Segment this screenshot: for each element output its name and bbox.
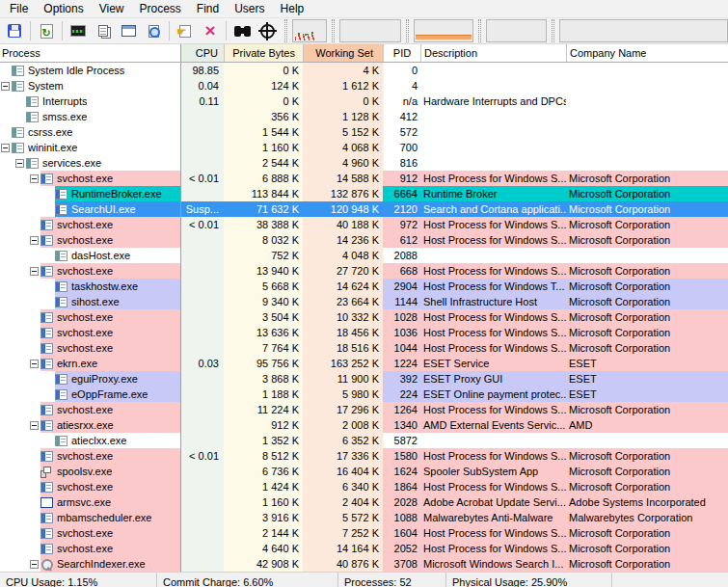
collapse-toggle[interactable]	[1, 82, 10, 91]
process-row[interactable]: smss.exe356 K1 128 K412	[0, 109, 728, 124]
cell-pid: 2052	[383, 541, 420, 556]
cell-ws: 14 588 K	[303, 171, 383, 186]
cell-cpu: < 0.01	[181, 171, 224, 186]
process-row[interactable]: svchost.exe3 504 K10 332 K1028Host Proce…	[0, 309, 728, 325]
process-row[interactable]: taskhostw.exe5 668 K14 624 K2904Host Pro…	[0, 279, 728, 294]
find-window-button[interactable]	[255, 19, 280, 42]
process-cell: svchost.exe	[0, 217, 181, 232]
cpu-usage-graph[interactable]	[292, 19, 327, 42]
process-row[interactable]: System Idle Process98.850 K4 K0	[0, 63, 728, 78]
collapse-toggle[interactable]	[30, 236, 39, 245]
menu-help[interactable]: Help	[273, 0, 312, 17]
cell-ws: 5 572 K	[303, 510, 383, 525]
process-cell: Interrupts	[0, 93, 181, 109]
menu-find[interactable]: Find	[189, 0, 227, 17]
process-row[interactable]: svchost.exe13 636 K18 456 K1036Host Proc…	[0, 325, 728, 340]
io-history-graph[interactable]	[486, 19, 547, 42]
process-row[interactable]: svchost.exe13 940 K27 720 K668Host Proce…	[0, 263, 728, 279]
process-row[interactable]: csrss.exe1 544 K5 152 K572	[0, 124, 728, 140]
process-name: eguiProxy.exe	[71, 371, 138, 387]
toolbar-grip[interactable]	[332, 19, 335, 42]
cpu-history-graph[interactable]	[339, 19, 401, 42]
process-row[interactable]: spoolsv.exe6 736 K16 404 K1624Spooler Su…	[0, 464, 728, 479]
toolbar-grip[interactable]	[284, 19, 287, 42]
process-cell: armsvc.exe	[0, 494, 181, 510]
cell-pid: 1580	[383, 448, 420, 464]
process-name: armsvc.exe	[57, 494, 111, 510]
cell-pid: 1044	[383, 340, 420, 356]
columns-button[interactable]	[116, 19, 141, 42]
process-name: svchost.exe	[57, 340, 113, 356]
cell-comp: Microsoft Corporation	[566, 525, 728, 541]
process-row[interactable]: svchost.exe11 224 K17 296 K1264Host Proc…	[0, 402, 728, 417]
menu-users[interactable]: Users	[227, 0, 272, 17]
process-cell: atieclxx.exe	[0, 433, 181, 448]
process-row[interactable]: ekrn.exe0.0395 756 K163 252 K1224ESET Se…	[0, 356, 728, 371]
cell-cpu	[181, 479, 224, 494]
menu-view[interactable]: View	[92, 0, 132, 17]
process-row[interactable]: atiesrxx.exe912 K2 008 K1340AMD External…	[0, 417, 728, 433]
column-header-cpu[interactable]: CPU	[181, 44, 225, 62]
column-header-comp[interactable]: Company Name	[567, 44, 728, 62]
cell-comp: Microsoft Corporation	[566, 448, 728, 464]
process-row[interactable]: svchost.exe4 640 K14 164 K2052Host Proce…	[0, 541, 728, 556]
collapse-toggle[interactable]	[1, 144, 10, 152]
process-row[interactable]: SearchIndexer.exe42 908 K40 876 K3708Mic…	[0, 556, 728, 572]
process-row[interactable]: RuntimeBroker.exe113 844 K132 876 K6664R…	[0, 186, 728, 201]
cell-ws: 1 612 K	[303, 78, 383, 93]
column-header-pb[interactable]: Private Bytes	[225, 44, 304, 62]
process-row[interactable]: svchost.exe< 0.018 512 K17 336 K1580Host…	[0, 448, 728, 464]
commit-history-graph[interactable]	[414, 19, 473, 42]
process-row[interactable]: dasHost.exe752 K4 048 K2088	[0, 248, 728, 263]
process-cell: wininit.exe	[0, 140, 181, 155]
collapse-toggle[interactable]	[30, 421, 39, 430]
properties-button[interactable]	[173, 19, 198, 42]
process-row[interactable]: eOppFrame.exe1 188 K5 980 K224ESET Onlin…	[0, 387, 728, 402]
menu-file[interactable]: File	[2, 0, 36, 17]
process-row[interactable]: svchost.exe2 144 K7 252 K1604Host Proces…	[0, 525, 728, 541]
copy-button[interactable]	[91, 19, 116, 42]
process-row[interactable]: svchost.exe8 032 K14 236 K612Host Proces…	[0, 232, 728, 248]
process-row[interactable]: sihost.exe9 340 K23 664 K1144Shell Infra…	[0, 294, 728, 309]
process-row[interactable]: Interrupts0.110 K0 Kn/aHardware Interrup…	[0, 93, 728, 109]
toolbar-grip[interactable]	[478, 19, 481, 42]
menu-options[interactable]: Options	[36, 0, 91, 17]
collapse-toggle[interactable]	[30, 174, 39, 183]
process-row[interactable]: armsvc.exe1 160 K2 404 K2028Adobe Acroba…	[0, 494, 728, 510]
process-row[interactable]: System0.04124 K1 612 K4	[0, 78, 728, 93]
process-row[interactable]: svchost.exe< 0.016 888 K14 588 K912Host …	[0, 171, 728, 186]
process-row[interactable]: SearchUI.exeSusp...71 632 K120 948 K2120…	[0, 201, 728, 217]
cell-ws: 2 008 K	[303, 417, 383, 433]
find-handle-button[interactable]	[229, 19, 255, 42]
cell-pid: 1340	[383, 417, 420, 433]
collapse-toggle[interactable]	[30, 267, 39, 276]
column-header-pid[interactable]: PID	[384, 44, 421, 62]
toolbar-grip[interactable]	[552, 19, 554, 42]
process-row[interactable]: mbamscheduler.exe3 916 K5 572 K1088Malwa…	[0, 510, 728, 525]
refresh-button[interactable]	[34, 19, 59, 42]
process-row[interactable]: atieclxx.exe1 352 K6 352 K5872	[0, 433, 728, 448]
kill-process-button[interactable]	[198, 19, 223, 42]
column-header-desc[interactable]: Description	[421, 44, 567, 62]
process-row[interactable]: svchost.exe< 0.0138 388 K40 188 K972Host…	[0, 217, 728, 232]
collapse-toggle[interactable]	[30, 360, 39, 368]
process-row[interactable]: svchost.exe7 764 K18 516 K1044Host Proce…	[0, 340, 728, 356]
app-window-icon	[55, 297, 67, 307]
process-row[interactable]: svchost.exe1 424 K6 340 K1864Host Proces…	[0, 479, 728, 494]
physical-history-graph[interactable]	[559, 19, 728, 42]
status-cpu-usage-text: CPU Usage: 1.15%	[6, 576, 97, 587]
cell-ws: 18 456 K	[303, 325, 383, 340]
process-row[interactable]: wininit.exe1 160 K4 068 K700	[0, 140, 728, 155]
process-row[interactable]: eguiProxy.exe3 868 K11 900 K392ESET Prox…	[0, 371, 728, 387]
toolbar-grip[interactable]	[406, 19, 409, 42]
menu-process[interactable]: Process	[132, 0, 189, 17]
collapse-toggle[interactable]	[30, 560, 39, 569]
process-cell: spoolsv.exe	[0, 464, 181, 479]
system-information-button[interactable]	[66, 19, 91, 42]
column-header-ws[interactable]: Working Set	[304, 44, 384, 62]
collapse-toggle[interactable]	[15, 159, 24, 168]
save-button[interactable]	[2, 19, 27, 42]
column-header-process[interactable]: Process	[0, 44, 181, 62]
process-row[interactable]: services.exe2 544 K4 960 K816	[0, 155, 728, 171]
find-dlls-button[interactable]	[141, 19, 166, 42]
